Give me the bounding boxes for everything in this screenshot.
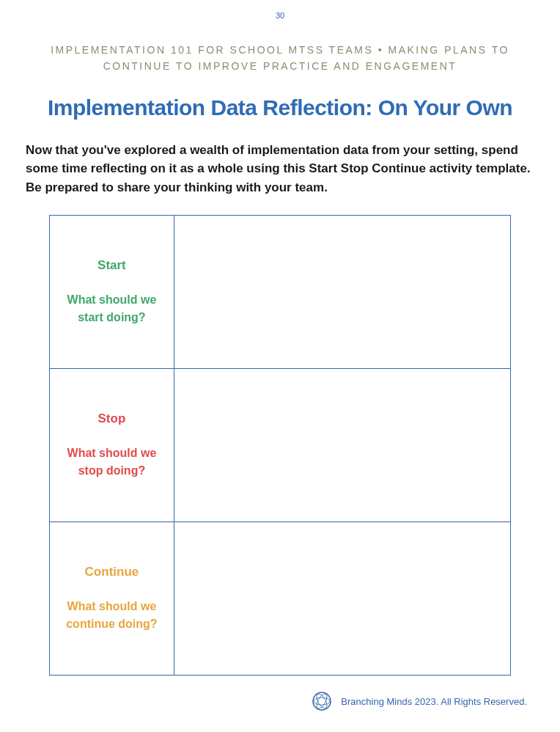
table-row-continue: Continue What should we continue doing? bbox=[50, 522, 511, 676]
continue-question: What should we continue doing? bbox=[57, 598, 166, 633]
header-label: IMPLEMENTATION 101 FOR SCHOOL MTSS TEAMS… bbox=[26, 42, 534, 75]
stop-label: Stop bbox=[57, 411, 166, 426]
continue-label-cell: Continue What should we continue doing? bbox=[50, 522, 174, 676]
start-label: Start bbox=[57, 258, 166, 273]
branching-minds-logo-icon bbox=[312, 691, 332, 711]
main-title: Implementation Data Reflection: On Your … bbox=[26, 95, 534, 120]
table-row-start: Start What should we start doing? bbox=[50, 216, 511, 369]
stop-question: What should we stop doing? bbox=[57, 444, 166, 480]
svg-point-0 bbox=[313, 692, 331, 710]
footer-text: Branching Minds 2023. All Rights Reserve… bbox=[341, 696, 527, 707]
activity-table: Start What should we start doing? Stop W… bbox=[49, 215, 511, 676]
stop-label-cell: Stop What should we stop doing? bbox=[50, 369, 174, 522]
start-content-cell bbox=[174, 216, 510, 369]
page-number: 30 bbox=[26, 11, 534, 20]
start-label-cell: Start What should we start doing? bbox=[50, 216, 174, 369]
svg-point-1 bbox=[314, 698, 330, 705]
footer: Branching Minds 2023. All Rights Reserve… bbox=[312, 691, 527, 711]
continue-content-cell bbox=[174, 522, 510, 676]
table-row-stop: Stop What should we stop doing? bbox=[50, 369, 511, 522]
intro-text: Now that you've explored a wealth of imp… bbox=[26, 141, 534, 197]
start-question: What should we start doing? bbox=[57, 291, 166, 326]
stop-content-cell bbox=[174, 369, 510, 522]
continue-label: Continue bbox=[57, 565, 166, 579]
